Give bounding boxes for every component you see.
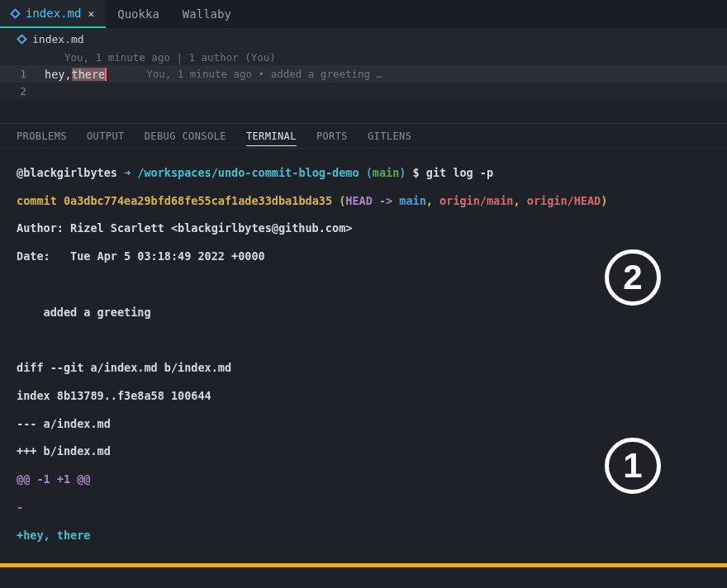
terminal-line: added a greeting — [17, 306, 710, 320]
tab-problems[interactable]: PROBLEMS — [17, 130, 67, 142]
line-number: 2 — [0, 85, 45, 97]
terminal-line: Author: Rizel Scarlett <blackgirlbytes@g… — [17, 221, 710, 235]
terminal-line: index 8b13789..f3e8a58 100644 — [17, 389, 710, 403]
terminal-line: --- a/index.md — [17, 417, 710, 431]
tab-debug-console[interactable]: DEBUG CONSOLE — [145, 130, 226, 142]
tab-label: Quokka — [117, 7, 159, 21]
annotation-marker-2: 2 — [605, 249, 661, 306]
tab-ports[interactable]: PORTS — [316, 130, 348, 142]
breadcrumb-label: index.md — [32, 33, 84, 45]
code-editor[interactable]: You, 1 minute ago | 1 author (You) 1 hey… — [0, 50, 727, 100]
code-text: hey, — [45, 68, 72, 81]
markdown-file-icon — [17, 34, 27, 45]
terminal-line: commit 0a3dbc774ea29bfd68fe55caf1ade33db… — [17, 194, 710, 208]
terminal-line: diff --git a/index.md b/index.md — [17, 361, 710, 375]
close-icon[interactable]: ✕ — [88, 8, 94, 19]
gitlens-inline-blame: You, 1 minute ago • added a greeting … — [146, 68, 383, 80]
tab-quokka[interactable]: Quokka — [106, 0, 171, 27]
tab-index-md[interactable]: index.md ✕ — [0, 0, 106, 28]
panel-tabbar: PROBLEMS OUTPUT DEBUG CONSOLE TERMINAL P… — [0, 123, 727, 149]
editor-tabbar: index.md ✕ Quokka Wallaby — [0, 0, 727, 28]
terminal-line: Date: Tue Apr 5 03:18:49 2022 +0000 — [17, 249, 710, 263]
code-text-selected: there — [72, 68, 107, 81]
terminal-line — [17, 333, 710, 347]
terminal-line: +hey, there — [17, 529, 710, 543]
markdown-file-icon — [10, 8, 21, 19]
tab-label: index.md — [26, 7, 81, 20]
code-line-1[interactable]: 1 hey, there You, 1 minute ago • added a… — [0, 65, 727, 83]
gitlens-blame-header: You, 1 minute ago | 1 author (You) — [0, 50, 727, 65]
tab-label: Wallaby — [183, 7, 231, 21]
terminal[interactable]: commit 6a371b1ac4db2ccfa54252c2e2498f93c… — [0, 570, 727, 588]
annotation-separator — [0, 563, 727, 567]
tab-wallaby[interactable]: Wallaby — [171, 0, 243, 27]
breadcrumb[interactable]: index.md — [0, 28, 727, 50]
annotation-marker-1: 1 — [605, 438, 661, 494]
terminal-line: - — [17, 500, 710, 514]
tab-output[interactable]: OUTPUT — [87, 130, 125, 142]
line-number: 1 — [0, 68, 45, 80]
code-line-2[interactable]: 2 — [0, 83, 727, 100]
terminal[interactable]: @blackgirlbytes ➜ /workspaces/undo-commi… — [0, 149, 727, 561]
tab-gitlens[interactable]: GITLENS — [368, 130, 411, 142]
tab-terminal[interactable]: TERMINAL — [246, 130, 297, 146]
terminal-line: @blackgirlbytes ➜ /workspaces/undo-commi… — [17, 166, 710, 180]
